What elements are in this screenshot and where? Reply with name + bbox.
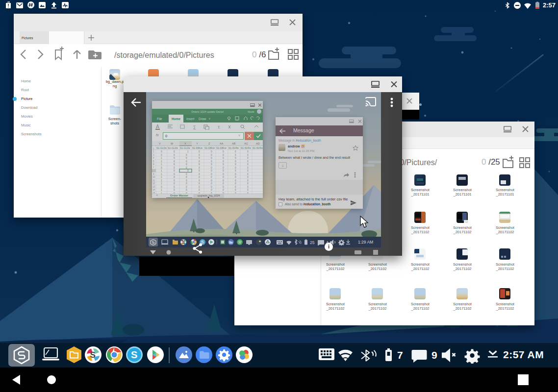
svg-text:9: 9 xyxy=(431,349,437,361)
svg-text:S: S xyxy=(90,350,96,360)
svg-text:7: 7 xyxy=(397,349,403,361)
svg-text:S: S xyxy=(131,349,137,360)
